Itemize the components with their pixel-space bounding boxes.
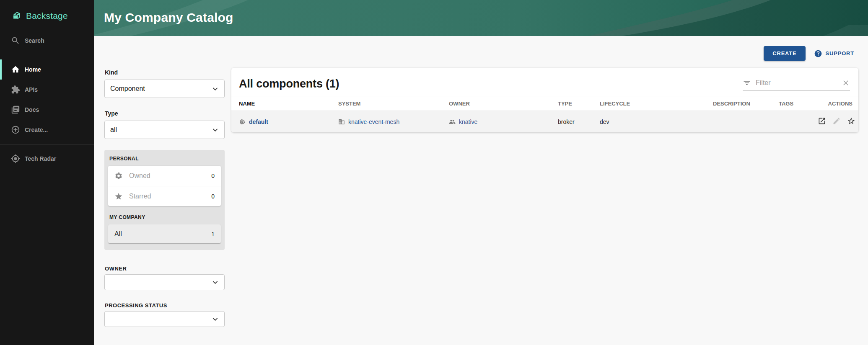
- group-icon: [449, 118, 456, 125]
- backstage-logo-icon: [11, 10, 22, 21]
- sidebar-item-create[interactable]: Create...: [0, 120, 94, 140]
- chevron-down-icon: [210, 84, 220, 94]
- chevron-down-icon: [210, 314, 220, 324]
- column-header-type[interactable]: TYPE: [558, 96, 600, 111]
- main-content: CREATE SUPPORT Kind Component Type all P…: [94, 36, 868, 345]
- column-header-actions: ACTIONS: [818, 96, 858, 111]
- components-card-header: All components (1): [231, 68, 858, 96]
- toolbar: CREATE SUPPORT: [764, 46, 854, 61]
- table-row: default knative-event-mesh knative: [231, 111, 858, 133]
- kind-select-value: Component: [110, 85, 145, 93]
- components-card: All components (1) NAME SYSTEM OWNER TYP…: [231, 68, 858, 132]
- system-cell: knative-event-mesh: [338, 111, 449, 133]
- company-section-title: MY COMPANY: [109, 214, 221, 220]
- processing-status-filter: PROCESSING STATUS: [104, 302, 225, 327]
- starred-label: Starred: [129, 193, 151, 200]
- all-count: 1: [211, 231, 215, 237]
- chevron-down-icon: [210, 125, 220, 135]
- column-header-name[interactable]: NAME: [231, 96, 338, 111]
- starred-filter-item[interactable]: Starred 0: [108, 186, 221, 206]
- actions-cell: [818, 111, 858, 133]
- sidebar-item-home[interactable]: Home: [0, 59, 94, 80]
- tags-cell: [779, 111, 818, 133]
- description-cell: [713, 111, 779, 133]
- all-label: All: [114, 230, 122, 238]
- docs-icon: [11, 105, 20, 114]
- column-header-tags[interactable]: TAGS: [779, 96, 818, 111]
- sidebar-item-label: Home: [25, 66, 41, 73]
- personal-section-title: PERSONAL: [109, 156, 221, 162]
- support-button[interactable]: SUPPORT: [814, 49, 854, 58]
- sidebar-item-apis[interactable]: APIs: [0, 80, 94, 100]
- help-icon: [814, 49, 822, 58]
- name-cell: default: [231, 111, 338, 133]
- search-icon: [11, 36, 20, 45]
- column-header-owner[interactable]: OWNER: [449, 96, 558, 111]
- table-filter-field: [743, 79, 850, 90]
- owned-filter-item[interactable]: Owned 0: [108, 166, 221, 186]
- owned-label: Owned: [129, 172, 150, 180]
- sidebar-item-label: Docs: [25, 106, 39, 113]
- all-filter-item[interactable]: All 1: [108, 224, 221, 243]
- target-icon: [11, 154, 20, 163]
- column-header-description[interactable]: DESCRIPTION: [713, 96, 779, 111]
- table-header-row: NAME SYSTEM OWNER TYPE LIFECYCLE DESCRIP…: [231, 96, 858, 111]
- star-icon: [114, 192, 123, 201]
- chevron-down-icon: [210, 278, 220, 287]
- kind-label: Kind: [105, 69, 225, 76]
- system-building-icon: [338, 118, 345, 125]
- sidebar-item-tech-radar[interactable]: Tech Radar: [0, 149, 94, 169]
- star-outline-icon[interactable]: [847, 117, 855, 125]
- kind-select[interactable]: Component: [104, 80, 225, 98]
- sidebar-item-label: Tech Radar: [25, 155, 56, 162]
- ownership-panel: PERSONAL Owned 0 Starred 0 MY COMPANY Al…: [104, 150, 225, 250]
- lifecycle-cell: dev: [600, 111, 713, 133]
- sidebar-item-label: Create...: [25, 126, 48, 133]
- column-header-lifecycle[interactable]: LIFECYCLE: [600, 96, 713, 111]
- components-heading: All components (1): [239, 77, 339, 90]
- component-chip-icon: [239, 118, 246, 125]
- puzzle-icon: [11, 85, 20, 94]
- create-button[interactable]: CREATE: [764, 46, 805, 61]
- type-cell: broker: [558, 111, 600, 133]
- owner-filter: OWNER: [104, 265, 225, 290]
- sidebar-item-docs[interactable]: Docs: [0, 100, 94, 120]
- owner-label: OWNER: [105, 265, 225, 272]
- owner-link[interactable]: knative: [459, 118, 477, 125]
- backstage-logo[interactable]: Backstage: [0, 0, 94, 21]
- personal-card: Owned 0 Starred 0: [108, 166, 221, 206]
- type-select-value: all: [110, 126, 117, 134]
- filter-sidebar: Kind Component Type all PERSONAL Owned 0…: [104, 69, 225, 327]
- plus-circle-icon: [11, 125, 20, 134]
- column-header-system[interactable]: SYSTEM: [338, 96, 449, 111]
- clear-filter-icon[interactable]: [842, 79, 850, 87]
- system-link[interactable]: knative-event-mesh: [348, 118, 399, 125]
- sidebar-divider: [0, 144, 94, 144]
- home-icon: [11, 65, 20, 74]
- entity-link[interactable]: default: [249, 118, 268, 125]
- starred-count: 0: [211, 193, 215, 200]
- table-filter-input[interactable]: [756, 79, 837, 87]
- logo-text: Backstage: [26, 11, 68, 21]
- sidebar-item-label: Search: [25, 37, 44, 44]
- support-label: SUPPORT: [826, 50, 854, 57]
- type-label: Type: [105, 110, 225, 117]
- processing-status-label: PROCESSING STATUS: [105, 302, 225, 309]
- page-title: My Company Catalog: [104, 10, 233, 25]
- sidebar: Backstage Search Home APIs Docs Create..…: [0, 0, 94, 345]
- components-table: NAME SYSTEM OWNER TYPE LIFECYCLE DESCRIP…: [231, 96, 858, 132]
- owned-count: 0: [211, 172, 215, 179]
- type-select[interactable]: all: [104, 121, 225, 139]
- edit-pencil-icon[interactable]: [832, 117, 841, 125]
- owner-select[interactable]: [104, 274, 225, 290]
- sidebar-item-search[interactable]: Search: [0, 31, 94, 51]
- processing-status-select[interactable]: [104, 311, 225, 327]
- owner-cell: knative: [449, 111, 558, 133]
- gear-icon: [114, 172, 123, 180]
- sidebar-item-label: APIs: [25, 86, 38, 93]
- open-in-new-icon[interactable]: [818, 117, 826, 125]
- page-header: My Company Catalog: [94, 0, 868, 36]
- sidebar-divider: [0, 55, 94, 55]
- filter-list-icon: [743, 79, 751, 87]
